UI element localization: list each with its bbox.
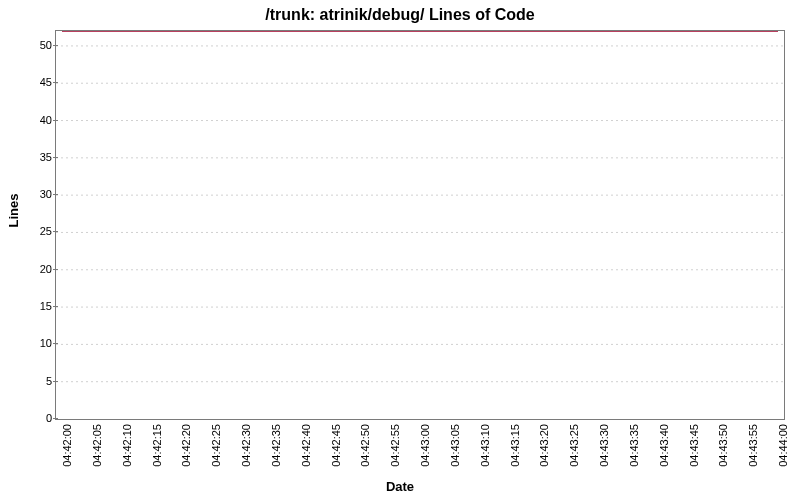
x-tick: 04:42:45: [330, 424, 342, 467]
x-tick: 04:43:15: [509, 424, 521, 467]
gridlines: [56, 46, 784, 382]
x-tick: 04:42:35: [270, 424, 282, 467]
x-tick: 04:42:40: [300, 424, 312, 467]
x-tick: 04:43:25: [568, 424, 580, 467]
x-axis-label: Date: [0, 479, 800, 494]
x-tick: 04:42:50: [359, 424, 371, 467]
x-tick: 04:44:00: [777, 424, 789, 467]
x-tick: 04:43:30: [598, 424, 610, 467]
y-tick: 50: [12, 39, 52, 51]
x-tick: 04:42:30: [240, 424, 252, 467]
y-tick: 25: [12, 225, 52, 237]
x-tick: 04:42:25: [210, 424, 222, 467]
x-tick: 04:43:50: [717, 424, 729, 467]
plot-area: [55, 30, 785, 420]
y-tick: 20: [12, 263, 52, 275]
y-tick: 40: [12, 114, 52, 126]
y-tick: 10: [12, 337, 52, 349]
y-tick: 15: [12, 300, 52, 312]
loc-chart: /trunk: atrinik/debug/ Lines of Code Lin…: [0, 0, 800, 500]
y-tick: 5: [12, 375, 52, 387]
x-tick: 04:42:20: [180, 424, 192, 467]
y-tick: 0: [12, 412, 52, 424]
x-tick: 04:43:10: [479, 424, 491, 467]
x-tick: 04:43:00: [419, 424, 431, 467]
y-tick: 30: [12, 188, 52, 200]
y-axis-label: Lines: [6, 0, 22, 420]
x-tick: 04:43:45: [688, 424, 700, 467]
x-tick: 04:42:55: [389, 424, 401, 467]
x-tick: 04:43:20: [538, 424, 550, 467]
plot-svg: [56, 31, 784, 419]
x-tick: 04:42:15: [151, 424, 163, 467]
x-tick: 04:42:05: [91, 424, 103, 467]
x-tick: 04:42:10: [121, 424, 133, 467]
y-tick: 35: [12, 151, 52, 163]
chart-title: /trunk: atrinik/debug/ Lines of Code: [0, 6, 800, 24]
x-tick: 04:43:55: [747, 424, 759, 467]
x-tick: 04:43:40: [658, 424, 670, 467]
y-tick: 45: [12, 76, 52, 88]
x-tick: 04:43:35: [628, 424, 640, 467]
x-tick: 04:42:00: [61, 424, 73, 467]
x-tick: 04:43:05: [449, 424, 461, 467]
